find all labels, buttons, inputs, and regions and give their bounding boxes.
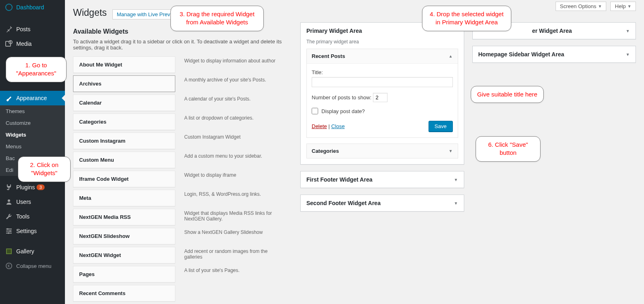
svg-point-3 <box>8 199 10 202</box>
widget-close-link[interactable]: Close <box>331 123 345 129</box>
submenu-menus[interactable]: Menus <box>0 141 65 152</box>
widget-name: Categories <box>79 119 169 125</box>
sidebar-item-media[interactable]: Media <box>0 36 65 51</box>
manage-live-preview-button[interactable]: Manage with Live Previ <box>112 9 176 19</box>
widget-name: Custom Menu <box>79 157 169 163</box>
widget-recent-posts-header[interactable]: Recent Posts ▲ <box>307 49 458 63</box>
homepage-sidebar-header[interactable]: Homepage Sidebar Widget Area ▼ <box>473 46 636 62</box>
sidebar-item-appearance[interactable]: Appearance <box>0 91 65 105</box>
sidebar-item-tools[interactable]: Tools <box>0 209 65 224</box>
second-footer-widget-area: Second Footer Widget Area ▼ <box>300 195 464 212</box>
recent-posts-title-input[interactable] <box>312 77 453 87</box>
sidebar-item-users[interactable]: Users <box>0 195 65 209</box>
display-date-label: Display post date? <box>321 108 365 114</box>
sidebar-item-gallery[interactable]: Gallery <box>0 244 65 259</box>
widget-name: Recent Comments <box>79 290 169 296</box>
page-title: Widgets <box>73 0 107 22</box>
callout-5: Give suitable title here <box>471 86 544 103</box>
svg-point-5 <box>9 230 11 232</box>
sidebar-label: Collapse menu <box>16 263 52 269</box>
chevron-down-icon: ▼ <box>627 4 631 9</box>
sidebar-label: Dashboard <box>16 4 44 11</box>
widget-categories-collapsed[interactable]: Categories ▼ <box>306 143 458 158</box>
chevron-down-icon: ▼ <box>626 29 630 33</box>
sliders-icon <box>5 227 13 235</box>
submenu-widgets[interactable]: Widgets <box>0 129 65 141</box>
pin-icon <box>5 25 13 33</box>
widget-name: Meta <box>79 195 169 201</box>
recent-posts-title-label: Title: <box>312 69 453 75</box>
widget-name: About Me Widget <box>79 62 169 68</box>
sidebar-label: Tools <box>16 213 30 220</box>
submenu-customize[interactable]: Customize <box>0 117 65 129</box>
sidebar-label: Plugins <box>16 184 35 191</box>
widget-description: Add recent or random images from the gal… <box>183 247 285 266</box>
svg-point-4 <box>7 228 9 230</box>
widget-card[interactable]: Custom Instagram <box>73 133 175 149</box>
available-widgets-column: Available Widgets To activate a widget d… <box>73 22 292 304</box>
sidebar-label: Gallery <box>16 248 34 255</box>
widget-card[interactable]: Recent Comments <box>73 285 175 302</box>
chevron-down-icon: ▼ <box>598 4 602 9</box>
primary-widget-area-desc: The primary widget area <box>301 39 464 49</box>
widget-name: Calendar <box>79 100 169 106</box>
widget-card[interactable]: Pages <box>73 266 175 283</box>
chevron-down-icon: ▼ <box>454 178 458 182</box>
gallery-icon <box>5 247 13 255</box>
callout-4: 4. Drop the selected widget in Primary W… <box>422 6 511 31</box>
callout-1: 1. Go to "Appearances" <box>6 57 67 82</box>
callout-3: 3. Drag the required Widget from Availab… <box>170 6 264 31</box>
widget-card[interactable]: Archives <box>73 75 175 92</box>
media-icon <box>5 40 13 48</box>
widget-description: Custom Instagram Widget <box>183 133 285 152</box>
sidebar-item-dashboard[interactable]: Dashboard <box>0 0 65 15</box>
widget-recent-posts: Recent Posts ▲ Title: Number of posts to… <box>306 49 458 138</box>
widget-name: NextGEN Widget <box>79 252 169 258</box>
widget-card[interactable]: Meta <box>73 190 175 206</box>
sidebar-collapse[interactable]: Collapse menu <box>0 259 65 273</box>
widget-card[interactable]: About Me Widget <box>73 56 175 73</box>
update-badge: 3 <box>37 184 45 190</box>
first-footer-header[interactable]: First Footer Widget Area ▼ <box>301 171 464 188</box>
help-button[interactable]: Help ▼ <box>610 2 636 11</box>
recent-posts-num-input[interactable] <box>373 93 388 102</box>
widget-description: Widget that displays Media RSS links for… <box>183 209 285 228</box>
widget-name: Pages <box>79 271 169 277</box>
sidebar-item-plugins[interactable]: Plugins 3 <box>0 180 65 195</box>
widget-description: Widget to display iframe <box>183 171 285 190</box>
collapse-icon <box>5 262 13 270</box>
svg-point-6 <box>8 232 9 234</box>
callout-2: 2. Click on "Widgets" <box>18 156 71 182</box>
second-footer-header[interactable]: Second Footer Widget Area ▼ <box>301 195 464 211</box>
widget-card[interactable]: NextGEN Media RSS <box>73 209 175 225</box>
chevron-down-icon: ▼ <box>454 201 458 206</box>
widget-name: Iframe Code Widget <box>79 176 169 182</box>
widget-description: A list or dropdown of categories. <box>183 113 285 133</box>
widget-description: Add a custom menu to your sidebar. <box>183 152 285 171</box>
widget-card[interactable]: Custom Menu <box>73 152 175 168</box>
svg-point-7 <box>6 263 12 269</box>
widget-card[interactable]: NextGEN Slideshow <box>73 228 175 244</box>
sidebar-item-posts[interactable]: Posts <box>0 22 65 36</box>
widget-save-button[interactable]: Save <box>429 121 453 132</box>
brush-icon <box>5 94 13 102</box>
screen-options-button[interactable]: Screen Options ▼ <box>556 2 607 11</box>
widget-description: Widget to display information about auth… <box>183 56 285 75</box>
widget-card[interactable]: Categories <box>73 113 175 130</box>
widget-delete-link[interactable]: Delete <box>312 123 327 129</box>
widget-card[interactable]: Iframe Code Widget <box>73 171 175 187</box>
widget-card[interactable]: NextGEN Widget <box>73 247 175 263</box>
widget-description: A list of your site's Pages. <box>183 266 285 285</box>
chevron-down-icon: ▼ <box>449 149 453 153</box>
widget-name: Custom Instagram <box>79 138 169 144</box>
submenu-themes[interactable]: Themes <box>0 105 65 117</box>
sidebar-item-settings[interactable]: Settings <box>0 224 65 238</box>
widget-name: Archives <box>79 81 169 87</box>
sidebar-label: Appearance <box>16 95 47 101</box>
display-date-checkbox[interactable] <box>312 108 318 114</box>
widget-card[interactable]: Calendar <box>73 94 175 111</box>
admin-sidebar: Dashboard Posts Media Appearance Themes … <box>0 0 65 304</box>
primary-widget-area: Primary Widget Area The primary widget a… <box>300 22 464 165</box>
callout-6: 6. Click "Save" button <box>476 136 541 162</box>
wrench-icon <box>5 212 13 221</box>
